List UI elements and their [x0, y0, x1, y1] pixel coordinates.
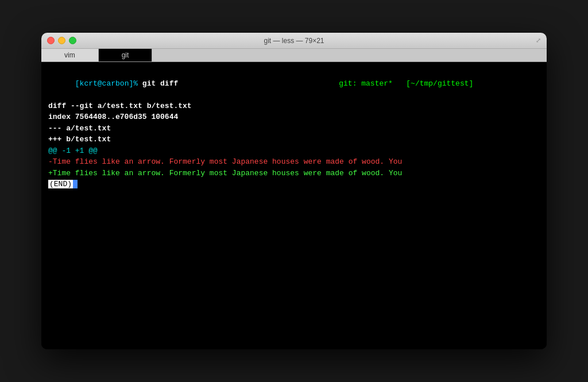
diff-added-line: +Time flies like an arrow. Formerly most… [48, 168, 540, 179]
terminal-body: [kcrt@carbon]% git diffgit: master* [~/t… [41, 62, 547, 349]
diff-removed-line: -Time flies like an arrow. Formerly most… [48, 156, 540, 168]
tab-bar: vim git [41, 49, 547, 62]
diff-line-1: diff --git a/test.txt b/test.txt [48, 101, 540, 112]
maximize-button[interactable] [69, 37, 76, 44]
git-status: git: master* [~/tmp/gittest] [178, 79, 473, 88]
end-label: (END) [48, 180, 73, 188]
prompt-text: [kcrt@carbon]% [75, 79, 142, 88]
titlebar: git — less — 79×21 ⤢ [41, 33, 547, 49]
diff-hunk-header: @@ -1 +1 @@ [48, 145, 540, 157]
diff-line-2: index 7564408..e706d35 100644 [48, 111, 540, 123]
diff-line-3: --- a/test.txt [48, 123, 540, 134]
command-text: git diff [142, 79, 178, 88]
traffic-lights [47, 37, 76, 44]
resize-icon: ⤢ [536, 37, 541, 44]
minimize-button[interactable] [58, 37, 65, 44]
tab-git[interactable]: git [99, 49, 153, 61]
prompt-line: [kcrt@carbon]% git diffgit: master* [~/t… [48, 67, 540, 101]
end-line: (END) [48, 179, 540, 190]
tab-vim[interactable]: vim [41, 49, 99, 61]
close-button[interactable] [47, 37, 55, 44]
cursor [73, 180, 78, 188]
terminal-window: git — less — 79×21 ⤢ vim git [kcrt@carbo… [41, 33, 547, 349]
window-title: git — less — 79×21 [264, 37, 324, 45]
diff-line-4: +++ b/test.txt [48, 134, 540, 145]
